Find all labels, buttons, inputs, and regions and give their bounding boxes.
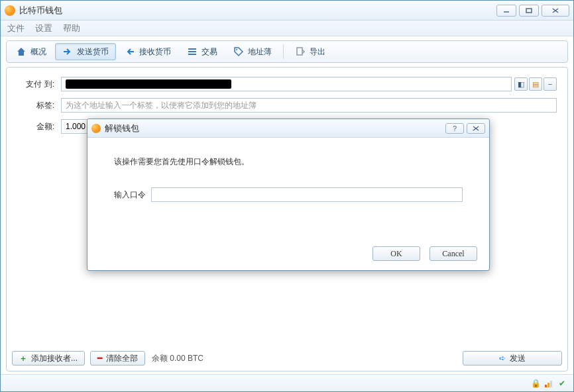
tab-overview[interactable]: 概况 [9, 43, 54, 60]
export-icon [295, 46, 306, 57]
tab-transactions-label: 交易 [201, 46, 217, 58]
label-input[interactable] [61, 98, 557, 113]
titlebar: 比特币钱包 [1, 1, 573, 21]
send-button[interactable]: ➪ 发送 [463, 351, 562, 366]
close-button[interactable] [542, 5, 569, 17]
tab-overview-label: 概况 [30, 46, 46, 58]
tag-icon [233, 46, 244, 57]
dialog-message: 该操作需要您首先使用口令解锁钱包。 [114, 156, 463, 168]
tab-transactions[interactable]: 交易 [180, 43, 225, 60]
tab-export[interactable]: 导出 [288, 43, 333, 60]
add-recipient-button[interactable]: ＋ 添加接收者... [12, 351, 85, 366]
home-icon [16, 46, 27, 57]
minus-icon: − [548, 80, 552, 88]
label-label: 标签: [17, 100, 61, 111]
ok-button[interactable]: OK [373, 246, 420, 261]
unlock-dialog: 解锁钱包 ? 该操作需要您首先使用口令解锁钱包。 输入口令 OK Cancel [87, 119, 490, 271]
tab-export-label: 导出 [310, 46, 325, 58]
toolbar: 概况 发送货币 接收货币 交易 地址薄 导出 [6, 40, 568, 63]
svg-rect-9 [545, 385, 547, 387]
payto-input[interactable] [61, 77, 512, 91]
svg-rect-5 [188, 51, 196, 52]
addressbook-button[interactable]: ◧ [514, 77, 528, 91]
app-window: 比特币钱包 文件 设置 帮助 概况 发送货币 接收货币 交易 地址 [0, 0, 574, 392]
book-icon: ◧ [518, 80, 524, 89]
paste-icon: ▤ [532, 80, 539, 89]
payto-value-redacted [66, 79, 231, 89]
tab-receive-label: 接收货币 [139, 46, 171, 58]
amount-label: 金额: [17, 121, 61, 132]
plus-icon: ＋ [19, 353, 27, 364]
clear-address-button[interactable]: − [544, 77, 557, 91]
receive-icon [125, 46, 135, 57]
bitcoin-icon [91, 124, 101, 133]
list-icon [187, 46, 198, 57]
clear-all-label: 清除全部 [106, 353, 138, 364]
minimize-button[interactable] [496, 5, 516, 17]
dialog-close-button[interactable] [467, 123, 485, 134]
password-label: 输入口令 [114, 189, 146, 201]
svg-rect-11 [550, 381, 552, 387]
tab-receive[interactable]: 接收货币 [117, 43, 178, 60]
window-title: 比特币钱包 [19, 5, 496, 17]
menu-help[interactable]: 帮助 [63, 23, 80, 34]
bitcoin-icon [5, 5, 15, 16]
svg-rect-6 [188, 54, 196, 55]
menu-settings[interactable]: 设置 [35, 23, 52, 34]
svg-rect-8 [297, 48, 302, 55]
dialog-help-button[interactable]: ? [445, 123, 464, 134]
send-arrow-icon: ➪ [499, 354, 506, 363]
balance-text: 余额 0.00 BTC [152, 353, 203, 364]
tab-send[interactable]: 发送货币 [55, 43, 116, 60]
cancel-button[interactable]: Cancel [430, 246, 477, 261]
dialog-titlebar: 解锁钱包 ? [87, 119, 489, 138]
cancel-button-label: Cancel [442, 249, 464, 259]
statusbar: 🔒 ✔ [1, 374, 573, 391]
dialog-title: 解锁钱包 [105, 122, 443, 134]
ok-button-label: OK [390, 249, 402, 259]
svg-rect-1 [526, 9, 532, 13]
tab-send-label: 发送货币 [77, 46, 109, 58]
send-icon [62, 46, 73, 57]
clear-all-button[interactable]: ━ 清除全部 [90, 351, 145, 366]
tab-addressbook[interactable]: 地址薄 [226, 43, 279, 60]
panel-bottom-bar: ＋ 添加接收者... ━ 清除全部 余额 0.00 BTC ➪ 发送 [12, 351, 562, 366]
tab-addressbook-label: 地址薄 [248, 46, 272, 58]
add-recipient-label: 添加接收者... [31, 353, 78, 364]
maximize-button[interactable] [519, 5, 539, 17]
svg-rect-10 [547, 383, 549, 387]
network-icon: ✔ [557, 379, 567, 388]
send-button-label: 发送 [510, 353, 526, 364]
trash-icon: ━ [97, 354, 102, 363]
menu-file[interactable]: 文件 [7, 23, 25, 34]
password-input[interactable] [151, 187, 463, 202]
svg-point-7 [236, 49, 237, 50]
lock-icon: 🔒 [531, 379, 540, 388]
menubar: 文件 设置 帮助 [1, 21, 573, 36]
toolbar-separator [283, 44, 284, 59]
sync-icon [544, 379, 553, 388]
svg-rect-4 [188, 48, 196, 50]
paste-button[interactable]: ▤ [529, 77, 542, 91]
payto-label: 支付 到: [17, 79, 61, 90]
